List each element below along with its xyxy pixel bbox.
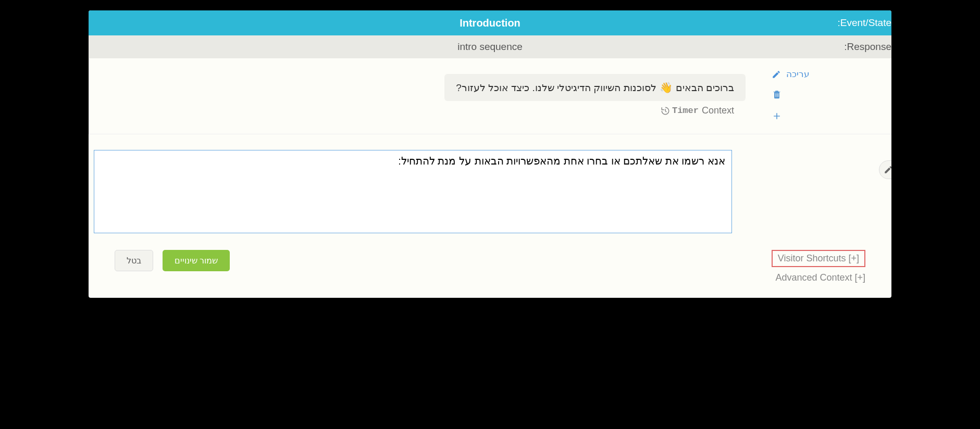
actions-sidebar: עריכה	[756, 58, 891, 134]
edit-fab[interactable]	[879, 160, 891, 179]
message-text-after: לסוכנות השיווק הדיגיטלי שלנו. כיצד אוכל …	[456, 82, 656, 94]
cancel-button[interactable]: בטל	[115, 250, 153, 271]
context-label[interactable]: Context	[702, 105, 734, 116]
header-bar: Introduction :Event/State	[89, 10, 891, 35]
timer-badge[interactable]: Timer	[661, 106, 699, 116]
delete-action[interactable]	[772, 89, 782, 102]
message-area: ברוכים הבאים 👋 לסוכנות השיווק הדיגיטלי ש…	[89, 58, 756, 134]
header-title: Introduction	[460, 17, 520, 29]
advanced-context-link[interactable]: Advanced Context [+]	[772, 272, 865, 283]
timer-label: Timer	[672, 106, 699, 116]
wave-emoji: 👋	[660, 81, 673, 94]
visitor-shortcuts-link[interactable]: Visitor Shortcuts [+]	[772, 250, 865, 267]
header-event-state-label: :Event/State	[837, 17, 891, 29]
response-textarea[interactable]	[94, 150, 732, 233]
footer-right: Visitor Shortcuts [+] Advanced Context […	[772, 250, 865, 283]
trash-icon	[772, 89, 782, 99]
subheader-response-label: :Response	[844, 41, 891, 53]
add-action[interactable]	[772, 111, 782, 123]
plus-icon	[772, 111, 782, 121]
edit-label: עריכה	[786, 69, 810, 80]
editor-section	[89, 134, 891, 241]
pencil-icon	[884, 165, 891, 174]
footer-left: בטל שמור שינויים	[115, 250, 230, 271]
footer-row: בטל שמור שינויים Visitor Shortcuts [+] A…	[89, 241, 891, 298]
subheader-bar: intro sequence :Response	[89, 35, 891, 58]
edit-action[interactable]: עריכה	[772, 69, 810, 80]
pencil-icon	[772, 70, 781, 79]
timer-icon	[661, 106, 670, 116]
save-button[interactable]: שמור שינויים	[163, 250, 230, 271]
dialog-panel: Introduction :Event/State intro sequence…	[89, 10, 891, 298]
context-row: Timer Context	[100, 101, 746, 123]
subheader-title: intro sequence	[457, 41, 523, 53]
message-text-before: ברוכים הבאים	[676, 82, 734, 94]
content-row: ברוכים הבאים 👋 לסוכנות השיווק הדיגיטלי ש…	[89, 58, 891, 134]
message-bubble: ברוכים הבאים 👋 לסוכנות השיווק הדיגיטלי ש…	[444, 74, 746, 101]
